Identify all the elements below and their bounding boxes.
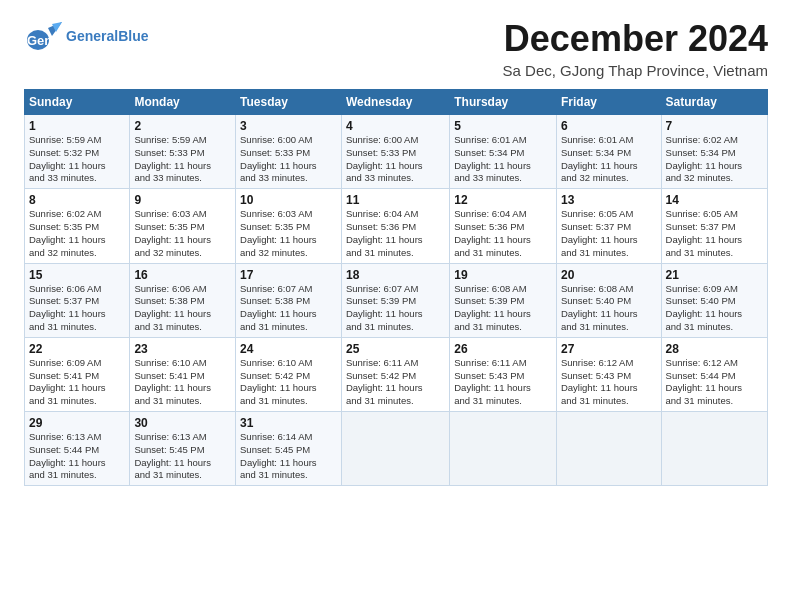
- calendar-cell: 8Sunrise: 6:02 AM Sunset: 5:35 PM Daylig…: [25, 189, 130, 263]
- calendar-cell: 20Sunrise: 6:08 AM Sunset: 5:40 PM Dayli…: [556, 263, 661, 337]
- day-info: Sunrise: 6:08 AM Sunset: 5:39 PM Dayligh…: [454, 283, 552, 334]
- week-row-2: 8Sunrise: 6:02 AM Sunset: 5:35 PM Daylig…: [25, 189, 768, 263]
- calendar-cell: 29Sunrise: 6:13 AM Sunset: 5:44 PM Dayli…: [25, 412, 130, 486]
- day-info: Sunrise: 6:04 AM Sunset: 5:36 PM Dayligh…: [346, 208, 445, 259]
- day-info: Sunrise: 6:05 AM Sunset: 5:37 PM Dayligh…: [561, 208, 657, 259]
- day-info: Sunrise: 6:01 AM Sunset: 5:34 PM Dayligh…: [561, 134, 657, 185]
- day-info: Sunrise: 5:59 AM Sunset: 5:32 PM Dayligh…: [29, 134, 125, 185]
- day-info: Sunrise: 6:07 AM Sunset: 5:38 PM Dayligh…: [240, 283, 337, 334]
- day-number: 17: [240, 268, 337, 282]
- day-info: Sunrise: 6:09 AM Sunset: 5:41 PM Dayligh…: [29, 357, 125, 408]
- svg-text:Gen: Gen: [27, 33, 52, 48]
- logo-general: General: [66, 28, 118, 44]
- day-info: Sunrise: 6:12 AM Sunset: 5:43 PM Dayligh…: [561, 357, 657, 408]
- calendar-cell: 1Sunrise: 5:59 AM Sunset: 5:32 PM Daylig…: [25, 115, 130, 189]
- day-number: 6: [561, 119, 657, 133]
- calendar-cell: 26Sunrise: 6:11 AM Sunset: 5:43 PM Dayli…: [450, 337, 557, 411]
- day-number: 15: [29, 268, 125, 282]
- day-number: 24: [240, 342, 337, 356]
- day-number: 28: [666, 342, 763, 356]
- col-header-friday: Friday: [556, 90, 661, 115]
- col-header-tuesday: Tuesday: [236, 90, 342, 115]
- col-header-thursday: Thursday: [450, 90, 557, 115]
- calendar-cell: [341, 412, 449, 486]
- day-info: Sunrise: 6:11 AM Sunset: 5:43 PM Dayligh…: [454, 357, 552, 408]
- day-number: 8: [29, 193, 125, 207]
- day-info: Sunrise: 6:06 AM Sunset: 5:38 PM Dayligh…: [134, 283, 231, 334]
- day-info: Sunrise: 6:10 AM Sunset: 5:41 PM Dayligh…: [134, 357, 231, 408]
- calendar-cell: 6Sunrise: 6:01 AM Sunset: 5:34 PM Daylig…: [556, 115, 661, 189]
- day-number: 11: [346, 193, 445, 207]
- calendar-cell: 15Sunrise: 6:06 AM Sunset: 5:37 PM Dayli…: [25, 263, 130, 337]
- day-info: Sunrise: 6:13 AM Sunset: 5:45 PM Dayligh…: [134, 431, 231, 482]
- logo: Gen GeneralBlue: [24, 18, 148, 56]
- day-number: 31: [240, 416, 337, 430]
- day-info: Sunrise: 6:08 AM Sunset: 5:40 PM Dayligh…: [561, 283, 657, 334]
- col-header-monday: Monday: [130, 90, 236, 115]
- day-info: Sunrise: 6:05 AM Sunset: 5:37 PM Dayligh…: [666, 208, 763, 259]
- day-info: Sunrise: 6:13 AM Sunset: 5:44 PM Dayligh…: [29, 431, 125, 482]
- week-row-1: 1Sunrise: 5:59 AM Sunset: 5:32 PM Daylig…: [25, 115, 768, 189]
- day-info: Sunrise: 6:00 AM Sunset: 5:33 PM Dayligh…: [240, 134, 337, 185]
- main-title: December 2024: [503, 18, 768, 60]
- calendar-cell: [450, 412, 557, 486]
- day-info: Sunrise: 6:02 AM Sunset: 5:35 PM Dayligh…: [29, 208, 125, 259]
- day-number: 16: [134, 268, 231, 282]
- day-number: 2: [134, 119, 231, 133]
- header: Gen GeneralBlue December 2024 Sa Dec, GJ…: [24, 18, 768, 79]
- col-header-saturday: Saturday: [661, 90, 767, 115]
- day-info: Sunrise: 6:02 AM Sunset: 5:34 PM Dayligh…: [666, 134, 763, 185]
- calendar-cell: 12Sunrise: 6:04 AM Sunset: 5:36 PM Dayli…: [450, 189, 557, 263]
- week-row-4: 22Sunrise: 6:09 AM Sunset: 5:41 PM Dayli…: [25, 337, 768, 411]
- calendar-cell: 16Sunrise: 6:06 AM Sunset: 5:38 PM Dayli…: [130, 263, 236, 337]
- calendar-cell: 4Sunrise: 6:00 AM Sunset: 5:33 PM Daylig…: [341, 115, 449, 189]
- calendar-cell: 22Sunrise: 6:09 AM Sunset: 5:41 PM Dayli…: [25, 337, 130, 411]
- day-number: 3: [240, 119, 337, 133]
- calendar-header-row: SundayMondayTuesdayWednesdayThursdayFrid…: [25, 90, 768, 115]
- logo-icon: Gen: [24, 18, 62, 56]
- calendar-cell: 31Sunrise: 6:14 AM Sunset: 5:45 PM Dayli…: [236, 412, 342, 486]
- calendar-cell: 5Sunrise: 6:01 AM Sunset: 5:34 PM Daylig…: [450, 115, 557, 189]
- day-number: 26: [454, 342, 552, 356]
- calendar-cell: 3Sunrise: 6:00 AM Sunset: 5:33 PM Daylig…: [236, 115, 342, 189]
- day-number: 25: [346, 342, 445, 356]
- day-info: Sunrise: 6:07 AM Sunset: 5:39 PM Dayligh…: [346, 283, 445, 334]
- calendar-cell: 7Sunrise: 6:02 AM Sunset: 5:34 PM Daylig…: [661, 115, 767, 189]
- day-number: 5: [454, 119, 552, 133]
- calendar-cell: 17Sunrise: 6:07 AM Sunset: 5:38 PM Dayli…: [236, 263, 342, 337]
- day-number: 20: [561, 268, 657, 282]
- day-info: Sunrise: 6:03 AM Sunset: 5:35 PM Dayligh…: [134, 208, 231, 259]
- day-info: Sunrise: 6:01 AM Sunset: 5:34 PM Dayligh…: [454, 134, 552, 185]
- sub-title: Sa Dec, GJong Thap Province, Vietnam: [503, 62, 768, 79]
- week-row-5: 29Sunrise: 6:13 AM Sunset: 5:44 PM Dayli…: [25, 412, 768, 486]
- day-info: Sunrise: 6:06 AM Sunset: 5:37 PM Dayligh…: [29, 283, 125, 334]
- day-number: 21: [666, 268, 763, 282]
- day-info: Sunrise: 6:04 AM Sunset: 5:36 PM Dayligh…: [454, 208, 552, 259]
- calendar-table: SundayMondayTuesdayWednesdayThursdayFrid…: [24, 89, 768, 486]
- calendar-cell: [556, 412, 661, 486]
- day-info: Sunrise: 6:12 AM Sunset: 5:44 PM Dayligh…: [666, 357, 763, 408]
- calendar-cell: 2Sunrise: 5:59 AM Sunset: 5:33 PM Daylig…: [130, 115, 236, 189]
- calendar-cell: 23Sunrise: 6:10 AM Sunset: 5:41 PM Dayli…: [130, 337, 236, 411]
- calendar-cell: 10Sunrise: 6:03 AM Sunset: 5:35 PM Dayli…: [236, 189, 342, 263]
- day-number: 18: [346, 268, 445, 282]
- calendar-cell: 21Sunrise: 6:09 AM Sunset: 5:40 PM Dayli…: [661, 263, 767, 337]
- calendar-cell: 18Sunrise: 6:07 AM Sunset: 5:39 PM Dayli…: [341, 263, 449, 337]
- col-header-sunday: Sunday: [25, 90, 130, 115]
- page: Gen GeneralBlue December 2024 Sa Dec, GJ…: [0, 0, 792, 612]
- day-info: Sunrise: 6:09 AM Sunset: 5:40 PM Dayligh…: [666, 283, 763, 334]
- calendar-cell: 19Sunrise: 6:08 AM Sunset: 5:39 PM Dayli…: [450, 263, 557, 337]
- day-info: Sunrise: 6:10 AM Sunset: 5:42 PM Dayligh…: [240, 357, 337, 408]
- day-number: 10: [240, 193, 337, 207]
- day-number: 14: [666, 193, 763, 207]
- day-number: 27: [561, 342, 657, 356]
- calendar-cell: 11Sunrise: 6:04 AM Sunset: 5:36 PM Dayli…: [341, 189, 449, 263]
- day-number: 22: [29, 342, 125, 356]
- logo-blue: Blue: [118, 28, 148, 44]
- day-info: Sunrise: 6:00 AM Sunset: 5:33 PM Dayligh…: [346, 134, 445, 185]
- day-number: 4: [346, 119, 445, 133]
- day-info: Sunrise: 6:14 AM Sunset: 5:45 PM Dayligh…: [240, 431, 337, 482]
- day-number: 19: [454, 268, 552, 282]
- day-number: 13: [561, 193, 657, 207]
- calendar-cell: 25Sunrise: 6:11 AM Sunset: 5:42 PM Dayli…: [341, 337, 449, 411]
